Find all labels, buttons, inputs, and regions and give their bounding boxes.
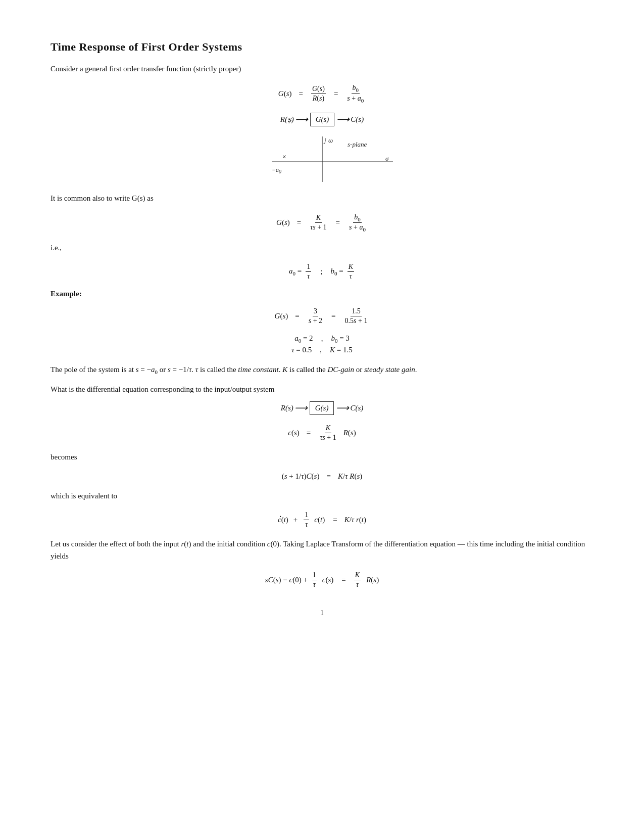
eq8-rs: R(s) [366, 576, 379, 584]
or-text: or [160, 365, 166, 374]
equation-3: a0 = 1 τ ; b0 = K τ [51, 263, 593, 281]
eq6-lhs: (s + 1/τ)C(s) [282, 472, 320, 481]
eq4-frac1: 3 s + 2 [308, 307, 323, 325]
eq4-equals2: = [331, 312, 335, 320]
eq5-frac: K τs + 1 [319, 424, 337, 442]
bd2-output: C(s) [350, 404, 363, 412]
page-title: Time Response of First Order Systems [51, 40, 593, 54]
eq2-frac2: b0 s + a0 [348, 213, 367, 233]
bd2-arrow2: ⟶ [336, 402, 349, 413]
equation-8: sC(s) − c(0) + 1 τ c(s) = K τ R(s) [51, 571, 593, 589]
eq2-frac1: K τs + 1 [309, 214, 327, 231]
let-us-text: Let us consider the effect of both the i… [51, 538, 593, 562]
which-equiv-text: which is equivalent to [51, 490, 593, 502]
svg-text:ω: ω [328, 136, 333, 144]
equation-4: G(s) = 3 s + 2 = 1.5 0.5s + 1 [51, 307, 593, 325]
common-write-text: It is common also to write G(s) as [51, 192, 593, 204]
eq2-lhs: G(s) [276, 218, 290, 227]
eq4-frac2: 1.5 0.5s + 1 [344, 307, 369, 325]
eq7-equals: = [333, 516, 337, 524]
example-label: Example: [51, 290, 593, 298]
eq2-equals1: = [297, 218, 301, 227]
eq8-frac1: 1 τ [312, 571, 317, 589]
equation-5: c(s) = K τs + 1 R(s) [51, 424, 593, 442]
becomes-text: becomes [51, 451, 593, 463]
eq6-equals: = [326, 472, 330, 481]
svg-text:s-plane: s-plane [348, 141, 367, 148]
bd1-block: G(s) [310, 113, 335, 126]
svg-text:j: j [323, 136, 326, 144]
svg-text:×: × [282, 153, 286, 161]
eq1-frac2: b0 s + a0 [346, 84, 365, 104]
ex-comma2: , [320, 346, 322, 354]
eq1-equals2: = [334, 89, 338, 98]
what-text: What is the differential equation corres… [51, 383, 593, 395]
block-diagram-1: R(ṣ) ⟶ G(s) ⟶ C(s) [51, 113, 593, 126]
eq7-ct: c(t) [314, 516, 325, 524]
eq8-equals: = [341, 576, 345, 584]
bd1-arrow2: ⟶ [336, 114, 350, 125]
splane-svg: × j ω s-plane −a0 σ [241, 131, 403, 187]
eq7-plus: + [293, 516, 298, 524]
eq7-frac: 1 τ [304, 511, 309, 529]
bd1-output: C(s) [351, 115, 364, 124]
eq1-lhs: G(s) [278, 89, 292, 98]
bd2-arrow1: ⟶ [294, 402, 308, 413]
eq4-equals1: = [295, 312, 299, 320]
bd2-block: G(s) [310, 401, 334, 415]
eq5-rhs: R(s) [343, 429, 356, 437]
eq7-cdot: · c (t) [278, 516, 288, 524]
eq6-rhs: K/τ R(s) [338, 472, 362, 481]
ie-text: i.e., [51, 242, 593, 254]
ex-comma1: , [321, 335, 323, 343]
equation-7: · c (t) + 1 τ c(t) = K/τ r(t) [51, 511, 593, 529]
eq1-equals1: = [299, 89, 303, 98]
eq1-frac1: G(s) R(s) [311, 85, 326, 103]
eq4-lhs: G(s) [275, 312, 288, 320]
eq5-equals: = [307, 429, 311, 437]
ex-tau: τ = 0.5 [291, 346, 312, 354]
ex-a0: a0 = 2 [294, 334, 313, 344]
svg-text:σ: σ [385, 155, 389, 162]
example-row1: a0 = 2 , b0 = 3 [294, 334, 350, 344]
equation-2: G(s) = K τs + 1 = b0 s + a0 [51, 213, 593, 233]
eq7-rhs: K/τ r(t) [344, 516, 366, 524]
eq3-semi: ; [320, 267, 322, 276]
bd1-input: R(ṣ) [280, 115, 294, 124]
eq5-lhs: c(s) [288, 429, 300, 437]
equation-6: (s + 1/τ)C(s) = K/τ R(s) [51, 472, 593, 481]
eq3-a0: a0 = [289, 267, 302, 276]
eq3-frac1: 1 τ [306, 263, 311, 281]
eq3-b0: b0 = [330, 267, 343, 276]
eq3-frac2: K τ [348, 263, 354, 281]
eq8-lhs1: sC(s) − c(0) + [265, 576, 308, 584]
example-row2: τ = 0.5 , K = 1.5 [291, 346, 353, 354]
ex-b0: b0 = 3 [331, 334, 349, 344]
eq8-cs: c(s) [322, 576, 334, 584]
page-number: 1 [51, 609, 593, 617]
bd2-input: R(s) [281, 404, 293, 412]
pole-text: The pole of the system is at s = −a0 or … [51, 363, 593, 377]
eq8-frac2: K τ [354, 571, 361, 589]
bd1-arrow1: ⟶ [295, 114, 308, 125]
eq2-equals2: = [336, 218, 340, 227]
block-diagram-2: R(s) ⟶ G(s) ⟶ C(s) [51, 401, 593, 415]
svg-text:−a0: −a0 [272, 166, 281, 174]
splane-diagram: × j ω s-plane −a0 σ [51, 131, 593, 187]
equation-1: G(s) = G(s) R(s) = b0 s + a0 [51, 84, 593, 104]
example-values: a0 = 2 , b0 = 3 τ = 0.5 , K = 1.5 [51, 334, 593, 354]
intro-text: Consider a general first order transfer … [51, 63, 593, 75]
ex-K: K = 1.5 [330, 346, 353, 354]
